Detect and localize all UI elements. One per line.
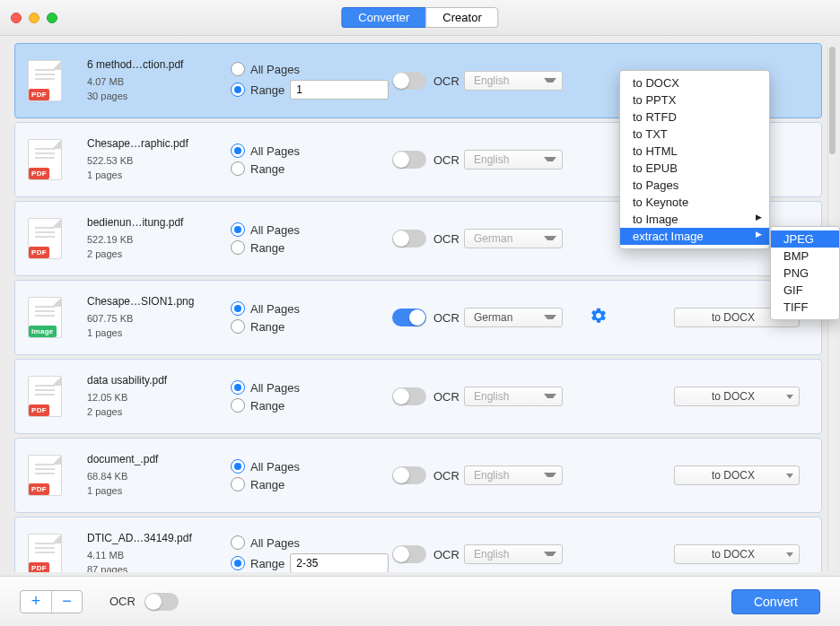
ocr-col: OCR xyxy=(392,309,464,326)
radio-all-pages[interactable] xyxy=(231,222,245,237)
all-pages-label: All Pages xyxy=(250,144,300,158)
file-meta: Chesape…raphic.pdf522.53 KB1 pages xyxy=(87,137,231,183)
radio-range[interactable] xyxy=(231,319,245,334)
file-size: 68.84 KB xyxy=(87,469,231,484)
submenu-item[interactable]: JPEG xyxy=(771,230,839,248)
fmt-col: to DOCX xyxy=(674,465,809,485)
menu-item[interactable]: to Image xyxy=(620,211,769,228)
submenu-item[interactable]: TIFF xyxy=(771,299,839,316)
remove-button[interactable]: − xyxy=(51,591,82,613)
ocr-col: OCR xyxy=(392,230,464,248)
minimize-icon[interactable] xyxy=(29,13,39,23)
range-label: Range xyxy=(250,557,284,570)
language-dropdown[interactable]: German xyxy=(464,308,563,327)
format-dropdown[interactable]: to DOCX xyxy=(674,544,800,564)
radio-all-pages[interactable] xyxy=(231,380,245,395)
filetype-badge: PDF xyxy=(29,483,49,495)
convert-button[interactable]: Convert xyxy=(731,589,820,614)
filetype-badge: PDF xyxy=(29,89,49,100)
language-dropdown[interactable]: English xyxy=(464,465,563,485)
language-dropdown[interactable]: English xyxy=(464,150,563,170)
format-submenu[interactable]: JPEGBMPPNGGIFTIFF xyxy=(770,226,840,320)
submenu-item[interactable]: GIF xyxy=(771,282,839,299)
language-dropdown[interactable]: English xyxy=(464,71,563,91)
close-icon[interactable] xyxy=(11,13,22,23)
range-input[interactable] xyxy=(290,80,389,100)
radio-all-pages[interactable] xyxy=(231,143,245,158)
radio-all-pages[interactable] xyxy=(231,459,245,474)
footer: + − OCR Convert xyxy=(0,576,840,626)
radio-all-pages[interactable] xyxy=(231,535,245,550)
file-meta: document_.pdf68.84 KB1 pages xyxy=(87,453,231,499)
ocr-global-toggle[interactable] xyxy=(144,593,179,611)
menu-item[interactable]: to Keynote xyxy=(620,194,769,211)
menu-item[interactable]: to PPTX xyxy=(620,91,769,109)
range-label: Range xyxy=(250,162,284,176)
ocr-toggle[interactable] xyxy=(392,387,426,405)
radio-range[interactable] xyxy=(231,161,245,176)
file-row[interactable]: PDFDTIC_AD…34149.pdf4.11 MB87 pagesAll P… xyxy=(14,517,822,572)
radio-all-pages[interactable] xyxy=(231,301,245,316)
add-button[interactable]: + xyxy=(21,591,51,613)
file-name: Chesape…raphic.pdf xyxy=(87,137,231,150)
ocr-toggle[interactable] xyxy=(392,230,426,248)
menu-item[interactable]: to RTFD xyxy=(620,109,769,126)
gear-col xyxy=(581,307,617,329)
menu-item[interactable]: to TXT xyxy=(620,126,769,143)
file-row[interactable]: PDFdocument_.pdf68.84 KB1 pagesAll Pages… xyxy=(14,438,822,513)
submenu-item[interactable]: PNG xyxy=(771,265,839,282)
range-label: Range xyxy=(250,320,284,334)
tab-converter[interactable]: Converter xyxy=(341,7,425,28)
file-meta: Chesape…SION1.png607.75 KB1 pages xyxy=(87,295,231,341)
ocr-toggle[interactable] xyxy=(392,309,426,326)
radio-range[interactable] xyxy=(231,398,245,413)
file-size: 607.75 KB xyxy=(87,311,231,326)
zoom-icon[interactable] xyxy=(47,13,57,23)
ocr-label: OCR xyxy=(433,311,459,325)
format-menu[interactable]: to DOCXto PPTXto RTFDto TXTto HTMLto EPU… xyxy=(619,70,770,249)
lang-col: English xyxy=(464,387,581,406)
ocr-toggle[interactable] xyxy=(392,151,426,169)
language-dropdown[interactable]: German xyxy=(464,229,563,248)
radio-range[interactable] xyxy=(231,83,245,97)
menu-item[interactable]: to HTML xyxy=(620,143,769,160)
file-size: 522.53 KB xyxy=(87,153,231,169)
language-dropdown[interactable]: English xyxy=(464,544,563,564)
menu-item[interactable]: to EPUB xyxy=(620,160,769,177)
file-row[interactable]: ImageChesape…SION1.png607.75 KB1 pagesAl… xyxy=(14,280,822,355)
file-pages: 1 pages xyxy=(87,326,231,341)
ocr-col: OCR xyxy=(392,151,464,169)
lang-col: English xyxy=(464,544,581,564)
file-icon: PDF xyxy=(28,534,66,572)
gear-icon[interactable] xyxy=(590,307,608,329)
filetype-badge: PDF xyxy=(29,247,49,258)
fmt-col: to DOCX xyxy=(674,387,809,406)
ocr-label: OCR xyxy=(433,153,459,167)
file-row[interactable]: PDFdata usability.pdf12.05 KB2 pagesAll … xyxy=(14,359,822,434)
format-dropdown[interactable]: to DOCX xyxy=(674,465,800,485)
pages-options: All PagesRange xyxy=(231,140,392,179)
menu-item[interactable]: to DOCX xyxy=(620,74,769,91)
tab-creator[interactable]: Creator xyxy=(425,7,498,28)
filetype-badge: PDF xyxy=(29,404,49,416)
ocr-toggle[interactable] xyxy=(392,545,426,563)
radio-range[interactable] xyxy=(231,477,245,491)
range-input[interactable] xyxy=(290,553,389,572)
file-pages: 2 pages xyxy=(87,247,231,262)
radio-range[interactable] xyxy=(231,240,245,255)
radio-range[interactable] xyxy=(231,556,245,570)
format-dropdown[interactable]: to DOCX xyxy=(674,387,800,406)
file-name: DTIC_AD…34149.pdf xyxy=(87,532,231,544)
language-dropdown[interactable]: English xyxy=(464,387,563,406)
menu-item[interactable]: to Pages xyxy=(620,177,769,194)
radio-all-pages[interactable] xyxy=(231,62,245,76)
ocr-col: OCR xyxy=(392,545,464,563)
scroll-thumb[interactable] xyxy=(829,47,836,154)
ocr-toggle[interactable] xyxy=(392,72,426,90)
menu-item[interactable]: extract Image xyxy=(620,228,769,245)
all-pages-label: All Pages xyxy=(250,223,300,237)
submenu-item[interactable]: BMP xyxy=(771,248,839,265)
ocr-toggle[interactable] xyxy=(392,466,426,484)
range-label: Range xyxy=(250,399,284,413)
file-meta: DTIC_AD…34149.pdf4.11 MB87 pages xyxy=(87,532,231,573)
